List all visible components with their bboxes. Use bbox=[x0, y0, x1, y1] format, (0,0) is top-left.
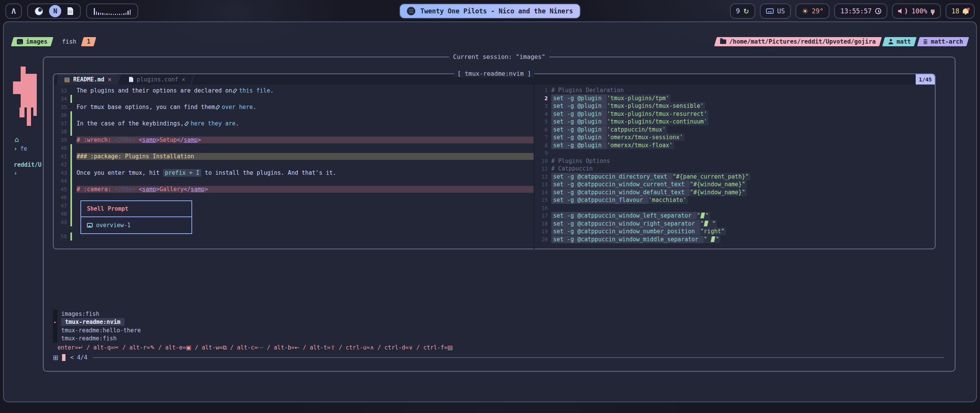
microphone-icon: ψ bbox=[931, 7, 934, 15]
line-number: 4 bbox=[534, 111, 551, 117]
editor-line[interactable]: 37In the case of the keybindings,here th… bbox=[54, 119, 534, 128]
editor-line[interactable]: 38 bbox=[54, 128, 534, 136]
volume-widget[interactable]: ) 100% ψ bbox=[892, 3, 941, 19]
session-item[interactable]: images:fish bbox=[53, 310, 946, 318]
tab-plugins-conf[interactable]: plugins.conf × bbox=[122, 74, 192, 85]
weather-widget[interactable]: ☀ 29° bbox=[795, 3, 830, 19]
text-token: 'macchiato' bbox=[648, 197, 686, 203]
config-line[interactable]: 15set -g @catppuccin_flavour 'macchiato' bbox=[534, 196, 935, 204]
editor-line[interactable]: 34 bbox=[54, 95, 534, 103]
line-content: set -g @plugin 'omerxx/tmux-floax' bbox=[551, 141, 935, 149]
config-line[interactable]: 13set -g @catppuccin_window_current_text… bbox=[534, 180, 935, 189]
line-number: 2 bbox=[534, 95, 551, 101]
config-line[interactable]: 16 bbox=[534, 204, 935, 212]
config-line[interactable]: 17set -g @catppuccin_window_left_separat… bbox=[534, 212, 935, 220]
config-line[interactable]: 20set -g @catppuccin_window_middle_separ… bbox=[534, 236, 935, 244]
line-number: 20 bbox=[534, 236, 551, 242]
session-item[interactable]: ▸tmux-readme:nvim bbox=[53, 318, 946, 327]
folder-icon bbox=[720, 39, 726, 44]
tmux-window-name[interactable]: fish bbox=[62, 38, 76, 45]
text-token: set -g @catppuccin_flavour bbox=[551, 196, 648, 204]
line-number: 45 bbox=[54, 186, 70, 192]
config-line[interactable]: 19set -g @catppuccin_window_number_posit… bbox=[534, 228, 935, 236]
line-number: 38 bbox=[54, 128, 70, 135]
text-token: samp bbox=[142, 186, 156, 193]
neovim-icon[interactable]: N bbox=[49, 5, 61, 17]
git-sign bbox=[70, 185, 72, 193]
config-line[interactable]: 9 bbox=[534, 149, 935, 157]
updates-widget[interactable]: 9 ↻ bbox=[730, 3, 755, 19]
text-token: prefix + I bbox=[163, 169, 201, 177]
git-sign bbox=[70, 233, 72, 241]
editor-line[interactable]: 33The plugins and their options are decl… bbox=[54, 86, 534, 95]
markdown-link[interactable]: this file bbox=[239, 87, 270, 94]
markdown-link[interactable]: over here bbox=[222, 104, 253, 111]
config-line[interactable]: 5set -g @plugin 'tmux-plugins/tmux-conti… bbox=[534, 118, 935, 126]
session-item[interactable]: tmux-readme:fish bbox=[53, 335, 946, 343]
line-number: 40 bbox=[54, 145, 70, 151]
editor-line[interactable]: 41### :package: Plugins Installation bbox=[54, 152, 534, 161]
config-line[interactable]: 10# Plugins Options bbox=[534, 157, 935, 165]
session-list: images:fish▸tmux-readme:nvimtmux-readme:… bbox=[53, 310, 946, 361]
tab-readme[interactable]: ▤ README.md × bbox=[57, 74, 118, 85]
refresh-icon: ↻ bbox=[743, 7, 749, 15]
editor-line[interactable]: 43Once you enter tmux, hit prefix + I to… bbox=[54, 169, 534, 177]
editor-line[interactable]: 36 bbox=[54, 111, 534, 120]
config-line[interactable]: 12set -g @catppuccin_directory_text "#{p… bbox=[534, 173, 935, 181]
notifications-widget[interactable]: 18 bbox=[946, 3, 975, 19]
editor-line[interactable]: 39# :wrench: <200e> <samp>Setup</samp> bbox=[54, 136, 534, 144]
track-title: Twenty One Pilots - Nico and the Niners bbox=[420, 7, 573, 15]
line-number: 39 bbox=[54, 137, 70, 143]
config-line[interactable]: 7set -g @plugin 'omerxx/tmux-sessionx' bbox=[534, 133, 935, 141]
tmux-session-name: images bbox=[26, 38, 47, 45]
now-playing-widget[interactable]: Twenty One Pilots - Nico and the Niners bbox=[399, 3, 581, 19]
editor-line[interactable]: 45# :camera: <200e> <samp>Gallery</samp> bbox=[54, 185, 534, 193]
config-line[interactable]: 14set -g @catppuccin_window_default_text… bbox=[534, 189, 935, 197]
markdown-link[interactable]: here they are bbox=[191, 120, 235, 127]
tmux-config-pane[interactable]: 1# Plugins Declaration2set -g @plugin 't… bbox=[534, 85, 935, 249]
visualizer-bar bbox=[115, 14, 116, 15]
config-line[interactable]: 18set -g @catppuccin_window_right_separa… bbox=[534, 220, 935, 228]
line-number: 7 bbox=[534, 134, 551, 140]
fzf-gutter bbox=[53, 335, 57, 343]
document-app-icon[interactable] bbox=[67, 7, 73, 15]
keyboard-layout: US bbox=[777, 7, 785, 15]
config-line[interactable]: 1# Plugins Declaration bbox=[534, 86, 935, 94]
text-token: </ bbox=[184, 186, 191, 193]
visualizer-bar bbox=[121, 14, 122, 15]
launcher-button[interactable]: Λ bbox=[5, 3, 22, 19]
editor-line[interactable]: 42 bbox=[54, 161, 534, 169]
editor-line[interactable]: 44 bbox=[54, 177, 534, 185]
editor-line[interactable]: 35For tmux base options, you can find th… bbox=[54, 103, 534, 111]
browser-icon[interactable] bbox=[35, 7, 43, 15]
editor-line[interactable]: 40 bbox=[54, 144, 534, 153]
tmux-session-segment[interactable]: ›_images bbox=[11, 37, 54, 46]
fzf-prompt-line[interactable]: ⊞ < 4/4 bbox=[53, 354, 946, 361]
hint-separator: / bbox=[374, 344, 384, 351]
close-icon[interactable]: × bbox=[108, 76, 111, 83]
config-line[interactable]: 4set -g @plugin 'tmux-plugins/tmux-resur… bbox=[534, 110, 935, 118]
visualizer-bar bbox=[94, 8, 95, 15]
text-token: < bbox=[139, 186, 142, 193]
git-sign bbox=[70, 95, 72, 103]
text-token: samp bbox=[191, 186, 204, 193]
tmux-window-index[interactable]: 1 bbox=[81, 37, 96, 46]
keybind-hint: alt-b=← bbox=[274, 344, 299, 351]
readme-pane[interactable]: 33The plugins and their options are decl… bbox=[54, 85, 534, 249]
close-icon[interactable]: × bbox=[181, 76, 185, 83]
config-line[interactable]: 6set -g @plugin 'catppuccin/tmux' bbox=[534, 126, 935, 134]
config-line[interactable]: 11# Catppuccin bbox=[534, 165, 935, 173]
table-cell[interactable]: overview-1 bbox=[81, 217, 191, 233]
config-line[interactable]: 8set -g @plugin 'omerxx/tmux-floax' bbox=[534, 141, 935, 150]
text-token: set -g @plugin bbox=[551, 102, 607, 110]
git-sign bbox=[70, 111, 72, 120]
session-item[interactable]: tmux-readme:hello-there bbox=[53, 326, 946, 335]
clock-widget[interactable]: 13:55:57 bbox=[834, 3, 887, 19]
keyboard-layout-widget[interactable]: US bbox=[760, 3, 791, 19]
speaker-wave-icon: ) bbox=[904, 7, 908, 15]
line-content: set -g @plugin 'tmux-plugins/tmux-contin… bbox=[551, 118, 935, 125]
text-token: ### :package: Plugins Installation bbox=[77, 153, 194, 160]
config-line[interactable]: 3set -g @plugin 'tmux-plugins/tmux-sensi… bbox=[534, 102, 935, 110]
text-token: < bbox=[139, 137, 142, 143]
config-line[interactable]: 2set -g @plugin 'tmux-plugins/tpm' bbox=[534, 94, 935, 102]
